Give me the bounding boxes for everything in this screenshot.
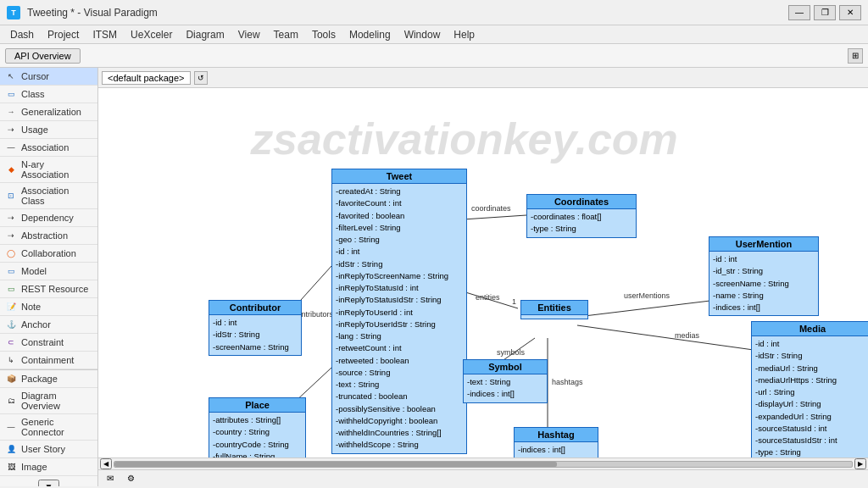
tweet-class[interactable]: Tweet -createdAt : String -favoriteCount…	[331, 169, 467, 454]
svg-text:hashtags: hashtags	[552, 378, 583, 386]
entities-body	[521, 315, 587, 319]
sidebar-item-diagram-overview[interactable]: 🗂 Diagram Overview	[0, 388, 97, 414]
sidebar-item-abstraction[interactable]: ⇢ Abstraction	[0, 227, 97, 245]
panel-toggle-button[interactable]: ⊞	[848, 48, 863, 64]
model-icon: ▭	[5, 265, 17, 277]
scroll-right-button[interactable]: ▶	[854, 458, 866, 469]
canvas[interactable]: zsactivationkey.com * contributors * pla…	[98, 88, 868, 458]
sidebar-collab-label: Collaboration	[21, 248, 76, 258]
tweet-body: -createdAt : String -favoriteCount : int…	[332, 184, 466, 453]
symbol-class[interactable]: Symbol -text : String -indices : int[]	[463, 359, 548, 403]
hashtag-class[interactable]: Hashtag -indices : int[] -text : String	[514, 427, 598, 458]
collab-icon: ◯	[5, 247, 17, 259]
sidebar-item-usage[interactable]: ⇢ Usage	[0, 121, 97, 139]
sidebar-item-anchor[interactable]: ⚓ Anchor	[0, 316, 97, 334]
svg-text:userMentions: userMentions	[624, 291, 670, 300]
svg-text:entities: entities	[476, 293, 500, 302]
sidebar-item-constraint[interactable]: ⊂ Constraint	[0, 334, 97, 352]
sidebar-nary-label: N-ary Association	[21, 159, 92, 180]
titlebar: T Tweeting * - Visual Paradigm — ❐ ✕	[0, 0, 868, 25]
sidebar-usage-label: Usage	[21, 125, 48, 135]
sidebar-item-package[interactable]: 📦 Package	[0, 370, 97, 388]
scroll-left-button[interactable]: ◀	[100, 458, 112, 469]
sidebar-item-collaboration[interactable]: ◯ Collaboration	[0, 245, 97, 263]
sidebar-item-user-story[interactable]: 👤 User Story	[0, 441, 97, 458]
sidebar-item-dependency[interactable]: ⇢ Dependency	[0, 209, 97, 227]
close-button[interactable]: ✕	[839, 5, 861, 20]
sidebar-dep-label: Dependency	[21, 213, 74, 223]
sidebar-item-generic[interactable]: — Generic Connector	[0, 414, 97, 441]
canvas-container: <default package> ↺ zsactivationkey.com …	[98, 68, 868, 486]
menu-item-uexceler[interactable]: UeXceler	[124, 27, 179, 42]
minimize-button[interactable]: —	[788, 5, 810, 20]
menubar: DashProjectITSMUeXcelerDiagramViewTeamTo…	[0, 25, 868, 44]
place-header: Place	[209, 398, 305, 413]
menu-item-help[interactable]: Help	[447, 27, 481, 42]
sidebar-item-assoc-class[interactable]: ⊡ Association Class	[0, 183, 97, 209]
user-mention-body: -id : int -id_str : String -screenName :…	[709, 252, 818, 315]
app-icon: T	[7, 6, 20, 19]
sidebar-note-label: Note	[21, 302, 41, 312]
coordinates-class[interactable]: Coordinates -coordinates : float[] -type…	[526, 194, 637, 238]
menu-item-dash[interactable]: Dash	[3, 27, 41, 42]
svg-text:1: 1	[512, 297, 516, 306]
maximize-button[interactable]: ❐	[814, 5, 836, 20]
sidebar-abs-label: Abstraction	[21, 230, 68, 241]
sidebar-item-model[interactable]: ▭ Model	[0, 263, 97, 280]
menu-item-view[interactable]: View	[231, 27, 267, 42]
sidebar-item-generalization[interactable]: → Generalization	[0, 103, 97, 121]
menu-item-project[interactable]: Project	[41, 27, 86, 42]
menu-item-window[interactable]: Window	[398, 27, 448, 42]
package-selector[interactable]: <default package>	[102, 71, 191, 85]
menu-item-team[interactable]: Team	[267, 27, 305, 42]
sidebar-item-nary[interactable]: ◆ N-ary Association	[0, 157, 97, 183]
email-icon[interactable]: ✉	[103, 472, 117, 485]
diagram-ov-icon: 🗂	[5, 395, 17, 407]
sidebar-generic-label: Generic Connector	[21, 417, 92, 437]
sidebar-assoc-label: Association	[21, 142, 69, 152]
sidebar-item-note[interactable]: 📝 Note	[0, 298, 97, 316]
svg-line-13	[463, 291, 518, 308]
sidebar-cursor[interactable]: ↖ Cursor	[0, 68, 97, 86]
sidebar-item-containment[interactable]: ↳ Containment	[0, 352, 97, 369]
association-icon: —	[5, 141, 17, 153]
user-mention-header: UserMention	[709, 237, 818, 252]
menu-item-itsm[interactable]: ITSM	[86, 27, 124, 42]
anchor-icon: ⚓	[5, 319, 17, 330]
sidebar-diag-ov-label: Diagram Overview	[21, 391, 92, 411]
watermark: zsactivationkey.com	[251, 114, 678, 164]
canvas-refresh-button[interactable]: ↺	[194, 71, 208, 85]
sidebar-image-label: Image	[21, 462, 47, 472]
sidebar-cursor-label: Cursor	[21, 71, 49, 81]
titlebar-left: T Tweeting * - Visual Paradigm	[7, 6, 158, 19]
menu-item-modeling[interactable]: Modeling	[342, 27, 398, 42]
toolbar: API Overview ⊞	[0, 44, 868, 68]
media-header: Media	[752, 322, 868, 336]
menu-item-diagram[interactable]: Diagram	[179, 27, 231, 42]
canvas-scrollbar[interactable]: ◀ ▶	[98, 458, 868, 469]
sidebar-item-association[interactable]: — Association	[0, 139, 97, 157]
symbol-header: Symbol	[464, 360, 547, 374]
svg-line-21	[577, 300, 717, 317]
cursor-icon: ↖	[5, 70, 17, 82]
user-mention-class[interactable]: UserMention -id : int -id_str : String -…	[709, 236, 819, 316]
sidebar-down-arrow[interactable]: ▼	[38, 480, 60, 486]
canvas-toolbar: <default package> ↺	[98, 68, 868, 88]
sidebar-assoc-class-label: Association Class	[21, 186, 92, 206]
sidebar-item-image[interactable]: 🖼 Image	[0, 458, 97, 476]
media-class[interactable]: Media -id : int -idStr : String -mediaUr…	[751, 321, 868, 458]
svg-line-23	[577, 325, 760, 351]
status-bar: ✉ ⚙	[98, 469, 868, 486]
menu-item-tools[interactable]: Tools	[305, 27, 342, 42]
settings-icon[interactable]: ⚙	[124, 472, 137, 485]
sidebar-contain-label: Containment	[21, 355, 74, 365]
sidebar-item-rest[interactable]: ▭ REST Resource	[0, 280, 97, 298]
entities-class[interactable]: Entities	[520, 300, 588, 319]
place-class[interactable]: Place -attributes : String[] -country : …	[209, 397, 306, 458]
sidebar-story-label: User Story	[21, 444, 65, 454]
api-overview-button[interactable]: API Overview	[5, 48, 81, 64]
note-icon: 📝	[5, 301, 17, 313]
contributor-class[interactable]: Contributor -id : int -idStr : String -s…	[209, 300, 302, 356]
sidebar-item-class[interactable]: ▭ Class	[0, 86, 97, 103]
user-story-icon: 👤	[5, 443, 17, 455]
